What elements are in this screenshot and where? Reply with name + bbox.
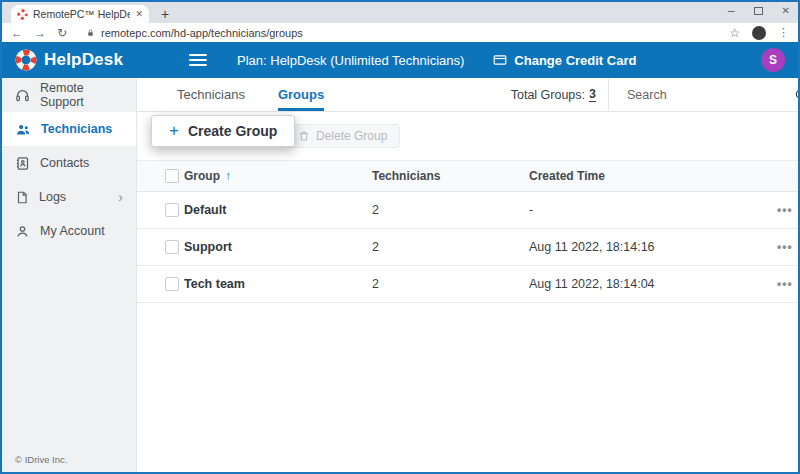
plus-icon: + (169, 124, 179, 138)
column-header-created-time[interactable]: Created Time (529, 169, 777, 183)
tab-close-icon[interactable]: ✕ (135, 9, 143, 19)
search-box (608, 78, 798, 111)
credit-card-icon (492, 53, 508, 67)
lifesaver-logo-icon (15, 49, 37, 71)
browser-tab-title: RemotePC™ HelpDesk - Groups (33, 8, 130, 20)
sidebar-item-my-account[interactable]: My Account (2, 214, 136, 248)
plan-label: Plan: HelpDesk (Unlimited Technicians) (237, 53, 464, 68)
change-credit-card-button[interactable]: Change Credit Card (492, 53, 636, 68)
logo-text: HelpDesk (44, 50, 123, 70)
table-row: Default 2 - ••• (137, 192, 798, 229)
user-icon (15, 224, 30, 239)
hamburger-menu-icon[interactable] (189, 54, 207, 66)
create-group-label: Create Group (188, 123, 277, 139)
back-icon[interactable]: ← (11, 27, 23, 39)
column-header-technicians[interactable]: Technicians (372, 169, 529, 183)
table-row: Support 2 Aug 11 2022, 18:14:16 ••• (137, 229, 798, 266)
created-time: Aug 11 2022, 18:14:16 (529, 240, 777, 254)
row-checkbox[interactable] (165, 240, 179, 254)
main-content: Technicians Groups Total Groups: 3 (137, 78, 798, 472)
sort-asc-icon: ↑ (225, 169, 231, 183)
row-checkbox[interactable] (165, 203, 179, 217)
table-header: Group↑ Technicians Created Time (137, 160, 798, 192)
delete-group-label: Delete Group (316, 129, 387, 143)
logs-icon (15, 190, 29, 205)
sidebar-item-label: Remote Support (40, 81, 123, 109)
sidebar-item-contacts[interactable]: Contacts (2, 146, 136, 180)
search-icon[interactable] (794, 88, 800, 102)
minimize-icon[interactable]: – (728, 6, 735, 16)
sidebar-item-label: Technicians (41, 122, 112, 136)
tab-technicians[interactable]: Technicians (177, 78, 245, 111)
sidebar-item-label: Logs (39, 190, 66, 204)
group-name: Tech team (184, 277, 372, 291)
browser-toolbar: ← → ↻ remotepc.com/hd-app/technicians/gr… (2, 23, 798, 42)
change-credit-card-label: Change Credit Card (514, 53, 636, 68)
chevron-right-icon: › (118, 190, 123, 204)
sidebar: Remote Support Technicians Contacts Logs (2, 78, 137, 472)
browser-tabstrip: RemotePC™ HelpDesk - Groups ✕ + – ✕ (2, 2, 798, 23)
lock-icon (86, 28, 95, 38)
tab-groups[interactable]: Groups (278, 78, 324, 111)
column-header-group[interactable]: Group↑ (184, 169, 372, 183)
technicians-count: 2 (372, 240, 529, 254)
table-row: Tech team 2 Aug 11 2022, 18:14:04 ••• (137, 266, 798, 303)
forward-icon[interactable]: → (34, 27, 46, 39)
search-input[interactable] (627, 88, 788, 102)
row-actions-icon[interactable]: ••• (777, 277, 793, 291)
browser-menu-icon[interactable]: ⋮ (778, 26, 789, 39)
create-group-button[interactable]: + Create Group (151, 115, 295, 147)
app-header: HelpDesk Plan: HelpDesk (Unlimited Techn… (2, 42, 798, 78)
total-groups-label: Total Groups: (511, 88, 585, 102)
url-text: remotepc.com/hd-app/technicians/groups (101, 27, 303, 39)
bookmark-star-icon[interactable]: ☆ (729, 26, 740, 40)
new-tab-button[interactable]: + (161, 7, 169, 21)
actions-row: + Create Group Delete Group (137, 112, 798, 160)
headset-icon (15, 88, 30, 103)
empty-area (137, 303, 798, 472)
created-time: - (529, 203, 777, 217)
sidebar-item-technicians[interactable]: Technicians (2, 112, 136, 146)
technicians-count: 2 (372, 203, 529, 217)
close-window-icon[interactable]: ✕ (782, 5, 790, 16)
copyright-text: © IDrive Inc. (15, 454, 67, 465)
reload-icon[interactable]: ↻ (57, 27, 67, 39)
total-groups-count: 3 (589, 88, 596, 102)
row-actions-icon[interactable]: ••• (777, 203, 793, 217)
sidebar-item-label: Contacts (40, 156, 89, 170)
address-bar[interactable]: remotepc.com/hd-app/technicians/groups (78, 27, 718, 39)
group-name: Support (184, 240, 372, 254)
delete-group-button[interactable]: Delete Group (285, 124, 400, 148)
technicians-count: 2 (372, 277, 529, 291)
technicians-icon (15, 122, 31, 137)
row-checkbox[interactable] (165, 277, 179, 291)
favicon-lifesaver-icon (17, 9, 28, 20)
sidebar-item-logs[interactable]: Logs › (2, 180, 136, 214)
sidebar-item-remote-support[interactable]: Remote Support (2, 78, 136, 112)
helpdesk-logo: HelpDesk (15, 49, 165, 71)
trash-icon (298, 130, 310, 142)
created-time: Aug 11 2022, 18:14:04 (529, 277, 777, 291)
browser-profile-avatar[interactable] (752, 26, 766, 40)
total-groups: Total Groups: 3 (511, 78, 596, 111)
sidebar-item-label: My Account (40, 224, 105, 238)
browser-tab[interactable]: RemotePC™ HelpDesk - Groups ✕ (11, 5, 149, 23)
row-actions-icon[interactable]: ••• (777, 240, 793, 254)
page-tabs: Technicians Groups Total Groups: 3 (137, 78, 798, 112)
browser-window: RemotePC™ HelpDesk - Groups ✕ + – ✕ ← → … (0, 0, 800, 474)
user-avatar[interactable]: S (761, 48, 785, 72)
maximize-icon[interactable] (754, 7, 763, 15)
group-name: Default (184, 203, 372, 217)
select-all-checkbox[interactable] (165, 169, 179, 183)
contacts-icon (15, 156, 30, 171)
